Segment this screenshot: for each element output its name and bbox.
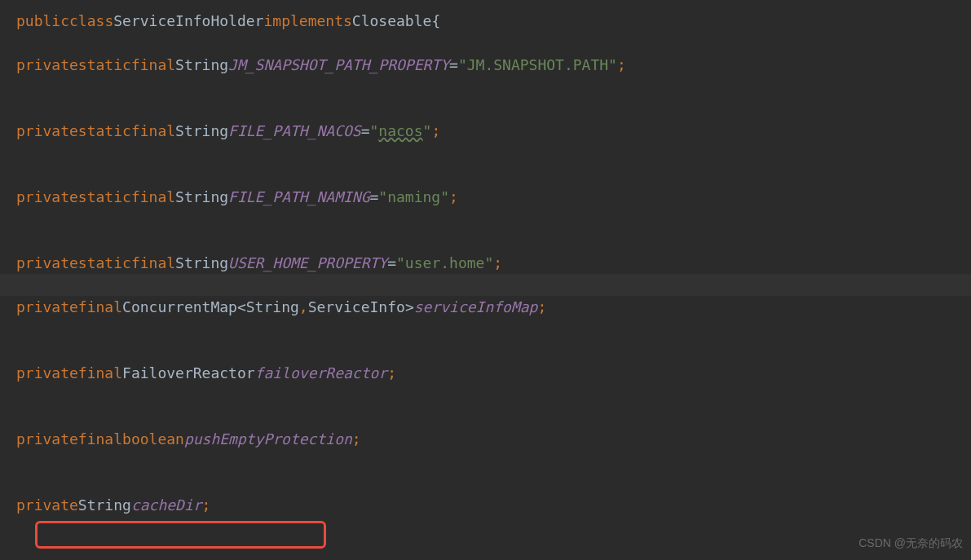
string-literal: nacos xyxy=(378,120,422,142)
keyword-private: private xyxy=(16,494,78,516)
semicolon: ; xyxy=(202,494,211,516)
keyword-final: final xyxy=(131,54,175,76)
code-line-12[interactable]: private static final String USER_HOME_PR… xyxy=(0,252,971,274)
string-literal: "naming" xyxy=(378,186,449,208)
code-line-18[interactable]: private final FailoverReactor failoverRe… xyxy=(0,362,971,384)
empty-line xyxy=(0,230,971,252)
empty-line xyxy=(0,98,971,120)
keyword-boolean: boolean xyxy=(122,428,184,450)
field-failoverreactor: failoverReactor xyxy=(255,362,388,384)
empty-line xyxy=(0,406,971,428)
field-serviceinfomap: serviceInfoMap xyxy=(414,296,538,318)
keyword-private: private xyxy=(16,120,78,142)
watermark: CSDN @无奈的码农 xyxy=(858,535,963,552)
type-concurrentmap: ConcurrentMap xyxy=(122,296,237,318)
type-string: String xyxy=(175,54,228,76)
type-string: String xyxy=(78,494,131,516)
keyword-private: private xyxy=(16,428,78,450)
code-line-1[interactable]: public class ServiceInfoHolder implement… xyxy=(0,10,971,32)
semicolon: ; xyxy=(493,252,502,274)
code-line-21[interactable]: private final boolean pushEmptyProtectio… xyxy=(0,428,971,450)
keyword-final: final xyxy=(131,186,175,208)
keyword-class: class xyxy=(69,10,113,32)
keyword-static: static xyxy=(78,186,131,208)
keyword-implements: implements xyxy=(263,10,351,32)
keyword-final: final xyxy=(131,252,175,274)
empty-line xyxy=(0,208,971,230)
field-jm-snapshot: JM_SNAPSHOT_PATH_PROPERTY xyxy=(228,54,449,76)
equals: = xyxy=(370,186,379,208)
angle-open: < xyxy=(237,296,246,318)
angle-close: > xyxy=(405,296,414,318)
empty-line xyxy=(0,318,971,340)
quote-close: " xyxy=(423,120,432,142)
semicolon: ; xyxy=(537,296,546,318)
empty-line xyxy=(0,76,971,98)
empty-line xyxy=(0,340,971,362)
type-string: String xyxy=(175,120,228,142)
code-line-15[interactable]: private final ConcurrentMap<String, Serv… xyxy=(0,296,971,318)
field-user-home: USER_HOME_PROPERTY xyxy=(228,252,387,274)
keyword-final: final xyxy=(78,296,122,318)
keyword-private: private xyxy=(16,362,78,384)
equals: = xyxy=(361,120,370,142)
type-string: String xyxy=(175,252,228,274)
keyword-private: private xyxy=(16,186,78,208)
string-literal: "user.home" xyxy=(396,252,493,274)
type-string: String xyxy=(246,296,299,318)
semicolon: ; xyxy=(431,120,440,142)
keyword-final: final xyxy=(131,120,175,142)
empty-line-highlighted xyxy=(0,274,971,296)
semicolon: ; xyxy=(449,186,458,208)
keyword-static: static xyxy=(78,120,131,142)
empty-line xyxy=(0,384,971,406)
semicolon: ; xyxy=(352,428,361,450)
keyword-private: private xyxy=(16,54,78,76)
keyword-private: private xyxy=(16,252,78,274)
empty-line xyxy=(0,142,971,164)
code-line-3[interactable]: private static final String JM_SNAPSHOT_… xyxy=(0,54,971,76)
equals: = xyxy=(449,54,458,76)
brace-open: { xyxy=(431,10,440,32)
keyword-public: public xyxy=(16,10,69,32)
keyword-final: final xyxy=(78,428,122,450)
interface-name: Closeable xyxy=(352,10,432,32)
keyword-final: final xyxy=(78,362,122,384)
keyword-private: private xyxy=(16,296,78,318)
field-pushemptyprotection: pushEmptyProtection xyxy=(184,428,352,450)
type-serviceinfo: ServiceInfo xyxy=(308,296,405,318)
keyword-static: static xyxy=(78,54,131,76)
string-literal: "JM.SNAPSHOT.PATH" xyxy=(458,54,617,76)
code-line-6[interactable]: private static final String FILE_PATH_NA… xyxy=(0,120,971,142)
keyword-static: static xyxy=(78,252,131,274)
field-file-path-nacos: FILE_PATH_NACOS xyxy=(228,120,361,142)
semicolon: ; xyxy=(617,54,626,76)
code-line-9[interactable]: private static final String FILE_PATH_NA… xyxy=(0,186,971,208)
empty-line xyxy=(0,450,971,472)
empty-line xyxy=(0,164,971,186)
equals: = xyxy=(387,252,396,274)
empty-line xyxy=(0,32,971,54)
comma: , xyxy=(299,296,308,318)
type-string: String xyxy=(175,186,228,208)
quote-open: " xyxy=(370,120,379,142)
field-file-path-naming: FILE_PATH_NAMING xyxy=(228,186,369,208)
empty-line xyxy=(0,472,971,494)
semicolon: ; xyxy=(387,362,396,384)
highlight-annotation xyxy=(35,521,326,549)
class-name: ServiceInfoHolder xyxy=(113,10,263,32)
field-cachedir: cacheDir xyxy=(131,494,202,516)
type-failoverreactor: FailoverReactor xyxy=(122,362,255,384)
code-line-24[interactable]: private String cacheDir; xyxy=(0,494,971,516)
